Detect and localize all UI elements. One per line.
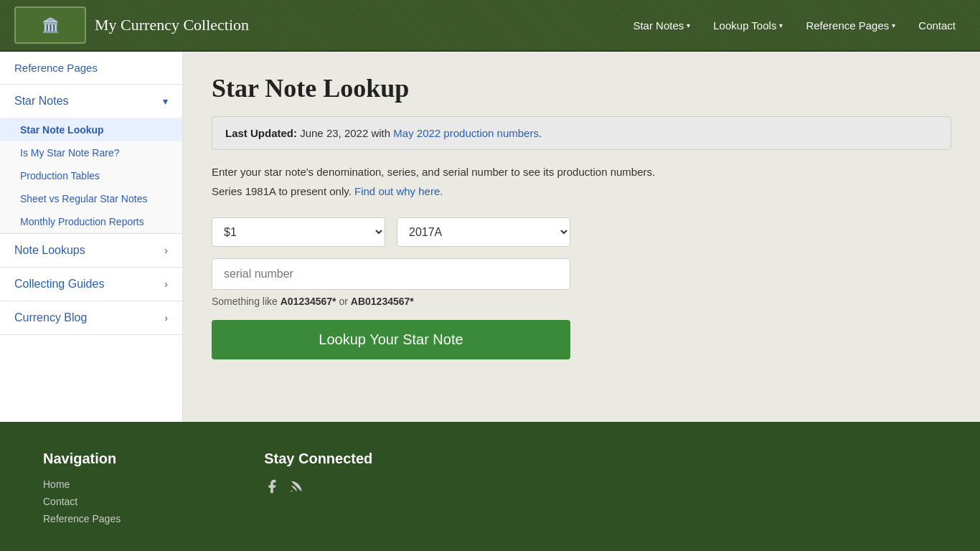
- sidebar-note-lookups-header[interactable]: Note Lookups ›: [0, 234, 182, 267]
- sidebar-item-monthly-reports[interactable]: Monthly Production Reports: [0, 210, 182, 233]
- footer-nav-heading: Navigation: [43, 451, 121, 467]
- sidebar-section-collecting-guides: Collecting Guides ›: [0, 268, 182, 301]
- logo-icon: 🏛️: [42, 17, 60, 34]
- chevron-right-icon: ›: [164, 312, 168, 324]
- footer-nav-col: Navigation Home Contact Reference Pages: [43, 451, 121, 530]
- main-nav: Star Notes ▾ Lookup Tools ▾ Reference Pa…: [623, 14, 966, 37]
- sidebar-note-lookups-label: Note Lookups: [14, 244, 85, 257]
- denomination-series-row: $1 $2 $5 $10 $20 $50 $100 2017A 2017 201…: [212, 217, 570, 247]
- facebook-icon[interactable]: [264, 479, 280, 499]
- sidebar-section-star-notes: Star Notes ▾ Star Note Lookup Is My Star…: [0, 85, 182, 234]
- serial-number-input[interactable]: [212, 258, 570, 290]
- denomination-select[interactable]: $1 $2 $5 $10 $20 $50 $100: [212, 217, 385, 247]
- chevron-right-icon: ›: [164, 245, 168, 256]
- hint-text: Something like A01234567* or AB01234567*: [212, 296, 951, 307]
- series-note-prefix: Series 1981A to present only.: [212, 185, 352, 197]
- sidebar-star-notes-header[interactable]: Star Notes ▾: [0, 85, 182, 118]
- alert-prefix: Last Updated:: [225, 127, 297, 139]
- last-updated-alert: Last Updated: June 23, 2022 with May 202…: [212, 116, 951, 150]
- hint-prefix: Something like: [212, 296, 281, 307]
- alert-suffix: .: [539, 127, 542, 139]
- sidebar-collecting-guides-header[interactable]: Collecting Guides ›: [0, 268, 182, 301]
- description-text: Enter your star note's denomination, ser…: [212, 166, 951, 178]
- footer-social-col: Stay Connected: [264, 451, 372, 530]
- main-content: Star Note Lookup Last Updated: June 23, …: [183, 52, 980, 422]
- nav-lookup-tools[interactable]: Lookup Tools ▾: [703, 14, 793, 37]
- sidebar-currency-blog-header[interactable]: Currency Blog ›: [0, 301, 182, 334]
- social-icons: [264, 479, 372, 499]
- logo-link[interactable]: 🏛️ My Currency Collection: [14, 6, 249, 44]
- rss-icon[interactable]: [288, 479, 304, 499]
- page-title: Star Note Lookup: [212, 73, 951, 103]
- chevron-down-icon: ▾: [892, 22, 895, 29]
- sidebar-item-star-note-lookup[interactable]: Star Note Lookup: [0, 118, 182, 141]
- sidebar-section-note-lookups: Note Lookups ›: [0, 234, 182, 268]
- series-note-link[interactable]: Find out why here.: [354, 185, 443, 197]
- site-header: 🏛️ My Currency Collection Star Notes ▾ L…: [0, 0, 980, 52]
- alert-date-text: June 23, 2022: [300, 127, 368, 139]
- site-title: My Currency Collection: [95, 16, 249, 34]
- nav-reference-pages[interactable]: Reference Pages ▾: [796, 14, 905, 37]
- hint-example1: A01234567*: [281, 296, 336, 307]
- series-note: Series 1981A to present only. Find out w…: [212, 185, 951, 197]
- main-wrapper: Reference Pages Star Notes ▾ Star Note L…: [0, 52, 980, 422]
- nav-star-notes[interactable]: Star Notes ▾: [623, 14, 700, 37]
- site-footer: Navigation Home Contact Reference Pages …: [0, 422, 980, 551]
- lookup-button[interactable]: Lookup Your Star Note: [212, 320, 570, 359]
- sidebar: Reference Pages Star Notes ▾ Star Note L…: [0, 52, 183, 422]
- sidebar-item-sheet-vs-regular[interactable]: Sheet vs Regular Star Notes: [0, 187, 182, 210]
- serial-input-row: [212, 258, 570, 290]
- sidebar-item-production-tables[interactable]: Production Tables: [0, 164, 182, 187]
- sidebar-section-currency-blog: Currency Blog ›: [0, 301, 182, 335]
- sidebar-item-reference-pages[interactable]: Reference Pages: [0, 52, 182, 84]
- sidebar-collecting-guides-label: Collecting Guides: [14, 278, 104, 291]
- alert-link[interactable]: May 2022 production numbers: [393, 127, 539, 139]
- hint-example2: AB01234567*: [351, 296, 414, 307]
- sidebar-star-notes-label: Star Notes: [14, 95, 69, 108]
- svg-point-0: [291, 491, 293, 492]
- footer-link-reference-pages[interactable]: Reference Pages: [43, 513, 121, 524]
- footer-link-home[interactable]: Home: [43, 479, 121, 490]
- chevron-down-icon: ▾: [779, 22, 783, 29]
- chevron-right-icon: ›: [164, 278, 168, 290]
- nav-contact[interactable]: Contact: [908, 14, 966, 37]
- sidebar-star-notes-sub: Star Note Lookup Is My Star Note Rare? P…: [0, 118, 182, 233]
- alert-middle-text: with: [371, 127, 390, 139]
- sidebar-currency-blog-label: Currency Blog: [14, 311, 87, 324]
- hint-or: or: [336, 296, 351, 307]
- chevron-down-icon: ▾: [687, 22, 690, 29]
- footer-social-heading: Stay Connected: [264, 451, 372, 467]
- series-select[interactable]: 2017A 2017 2013 2009 2006 2003 2001 1999…: [397, 217, 570, 247]
- logo-image: 🏛️: [14, 6, 86, 44]
- footer-link-contact[interactable]: Contact: [43, 496, 121, 507]
- chevron-down-icon: ▾: [163, 95, 168, 107]
- sidebar-section-reference: Reference Pages: [0, 52, 182, 85]
- sidebar-item-is-rare[interactable]: Is My Star Note Rare?: [0, 141, 182, 164]
